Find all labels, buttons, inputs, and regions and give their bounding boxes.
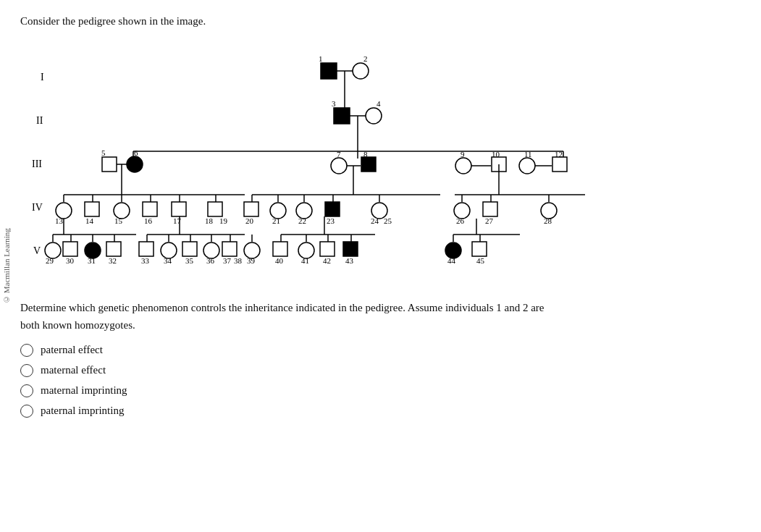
ind20-label: 20 [245,216,254,225]
ind28-label: 28 [544,216,552,225]
ind16-square [143,202,157,216]
ind25-label: 25 [384,216,392,225]
side-label: © Macmillan Learning [0,0,13,532]
ind22-label: 22 [298,216,306,225]
ind36-label: 36 [206,256,215,265]
ind45-label: 45 [476,256,485,265]
ind15-label: 15 [114,216,123,225]
radio-maternal-imprinting[interactable] [20,384,33,397]
option-paternal-effect[interactable]: paternal effect [20,344,739,357]
ind35-square [182,242,197,256]
ind45-square [472,242,487,256]
ind42-square [320,242,335,256]
ind12-square [552,157,567,172]
ind8-label: 8 [363,150,368,159]
ind12-label: 12 [555,150,563,159]
ind24-label: 24 [371,216,379,225]
gen-II-label: II [36,115,43,126]
ind7-circle [331,158,347,174]
ind17-label: 17 [173,216,182,225]
ind39-label: 39 [247,256,256,265]
ind2-circle [353,63,369,79]
ind43-label: 43 [345,256,354,265]
ind43-square [343,242,358,256]
ind6-circle [127,156,143,172]
ind31-label: 31 [88,256,96,265]
option-label-paternal-imprinting: paternal imprinting [41,405,124,417]
ind3-square [334,108,350,124]
option-label-paternal-effect: paternal effect [41,344,103,356]
ind23-label: 23 [327,216,335,225]
ind18-square [208,202,222,216]
ind19-label: 19 [219,216,228,225]
ind8-square [361,157,376,172]
ind11-label: 11 [524,150,532,159]
ind35-label: 35 [185,256,194,265]
option-label-maternal-imprinting: maternal imprinting [41,384,127,397]
radio-paternal-effect[interactable] [20,344,33,357]
question-text: Consider the pedigree shown in the image… [20,13,739,30]
ind40-square [273,242,287,256]
radio-paternal-imprinting[interactable] [20,405,33,418]
ind26-label: 26 [456,216,465,225]
ind41-label: 41 [301,256,309,265]
ind4-label: 4 [377,99,381,108]
page-wrapper: © Macmillan Learning Consider the pedigr… [0,0,761,532]
ind18-label: 18 [205,216,214,225]
ind14-label: 14 [85,216,94,225]
ind23-square [325,202,340,216]
ind37-label: 37 [223,256,232,265]
ind37-square [222,242,237,256]
ind30-label: 30 [66,256,75,265]
ind6-label: 6 [134,148,138,157]
ind3-label: 3 [332,99,336,108]
ind17-square [172,202,186,216]
option-maternal-imprinting[interactable]: maternal imprinting [20,384,739,397]
gen-IV-label: IV [32,202,43,213]
ind33-square [139,242,154,256]
ind2-label: 2 [363,54,368,63]
ind5-label: 5 [101,148,106,157]
ind7-label: 7 [337,150,341,159]
radio-maternal-effect[interactable] [20,364,33,377]
ind40-label: 40 [275,256,284,265]
determine-text: Determine which genetic phenomenon contr… [20,299,730,334]
ind33-label: 33 [141,256,150,265]
ind9-label: 9 [461,150,465,159]
ind32-square [106,242,121,256]
ind4-circle [366,108,382,124]
ind10-label: 10 [492,150,500,159]
ind13-label: 13 [55,216,64,225]
pedigree-container: I II III IV V 1 2 3 [20,43,739,277]
option-label-maternal-effect: maternal effect [41,364,106,376]
gen-I-label: I [41,72,44,83]
ind38-label: 38 [234,256,243,265]
gen-V-label: V [33,245,41,256]
ind5-square [102,157,117,172]
ind34-label: 34 [164,256,172,265]
ind32-label: 32 [109,256,117,265]
main-content: Consider the pedigree shown in the image… [13,0,761,532]
ind1-square [321,63,337,79]
ind16-label: 16 [144,216,153,225]
ind29-label: 29 [46,256,54,265]
ind1-label: 1 [319,54,323,63]
ind27-label: 27 [485,216,494,225]
pedigree-svg: I II III IV V 1 2 3 [20,43,715,274]
ind30-square [63,242,77,256]
ind20-square [244,202,258,216]
ind11-circle [519,158,535,174]
ind14-square [85,202,99,216]
ind27-square [483,202,497,216]
ind9-circle [455,158,471,174]
option-paternal-imprinting[interactable]: paternal imprinting [20,405,739,418]
ind44-label: 44 [447,256,456,265]
option-maternal-effect[interactable]: maternal effect [20,364,739,377]
options-list: paternal effect maternal effect maternal… [20,344,739,418]
gen-III-label: III [32,159,42,169]
ind42-label: 42 [323,256,331,265]
ind21-label: 21 [272,216,280,225]
